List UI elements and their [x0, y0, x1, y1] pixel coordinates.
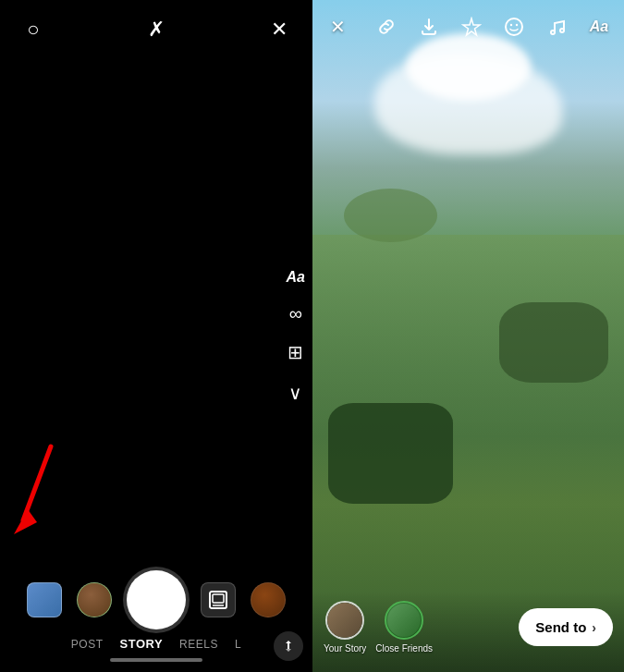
shutter-button[interactable]	[127, 570, 186, 629]
music-icon[interactable]	[543, 13, 570, 41]
polaroid-icon[interactable]	[201, 582, 236, 617]
text-tool-right-icon[interactable]: Aa	[585, 13, 613, 41]
story-bottom-bar: Your Story Close Friends Send to ›	[312, 592, 624, 672]
camera-bottom-bar: POST STORY REELS L	[0, 570, 312, 672]
send-to-button[interactable]: Send to ›	[519, 608, 613, 646]
send-to-chevron: ›	[592, 620, 596, 635]
flash-off-icon[interactable]: ✗	[141, 15, 171, 44]
boomerang-icon[interactable]: ∞	[289, 304, 302, 323]
your-story-avatar-image	[327, 603, 362, 638]
camera-mode-tabs: POST STORY REELS L	[71, 637, 241, 651]
post-mode-tab[interactable]: POST	[71, 638, 104, 651]
story-close-icon[interactable]: ✕	[324, 13, 351, 41]
link-icon[interactable]	[373, 13, 400, 41]
text-tool-icon[interactable]: Aa	[287, 269, 305, 286]
live-icon[interactable]: ○	[18, 15, 48, 44]
close-friends-avatar-inner	[387, 604, 421, 637]
close-friends-avatar	[385, 601, 423, 640]
svg-point-6	[510, 24, 512, 26]
your-story-avatar-ring	[325, 601, 364, 640]
gallery-thumbnail[interactable]	[27, 582, 62, 617]
flip-camera-button[interactable]	[274, 631, 303, 661]
close-friends-label: Close Friends	[375, 643, 433, 654]
story-share-options: Your Story Close Friends	[324, 601, 433, 654]
camera-panel: ○ ✗ ✕ Aa ∞ ⊞ ∨	[0, 0, 312, 672]
download-icon[interactable]	[415, 13, 443, 41]
svg-point-7	[516, 24, 518, 26]
sparkle-icon[interactable]	[458, 13, 485, 41]
svg-point-5	[506, 18, 522, 35]
svg-point-9	[560, 29, 564, 32]
emoji-sticker-icon[interactable]	[500, 13, 528, 41]
profile-icon[interactable]	[251, 582, 286, 617]
story-mode-tab[interactable]: STORY	[120, 637, 164, 651]
red-arrow	[9, 437, 65, 552]
camera-tools-sidebar: Aa ∞ ⊞ ∨	[287, 269, 305, 404]
story-background-image	[312, 0, 624, 672]
more-tools-icon[interactable]: ∨	[288, 382, 302, 404]
svg-point-8	[551, 31, 555, 34]
your-story-option[interactable]: Your Story	[324, 601, 366, 654]
home-indicator	[110, 658, 202, 662]
svg-rect-3	[213, 594, 224, 603]
layout-icon[interactable]: ⊞	[288, 341, 303, 363]
camera-controls-row	[0, 570, 312, 629]
story-top-toolbar: ✕	[312, 0, 624, 54]
live-mode-tab[interactable]: L	[235, 638, 241, 651]
story-editor-panel: ✕	[312, 0, 624, 672]
avatar-button[interactable]	[77, 582, 112, 617]
your-story-label: Your Story	[324, 643, 366, 654]
close-friends-option[interactable]: Close Friends	[375, 601, 433, 654]
send-to-label: Send to	[535, 619, 586, 635]
camera-top-bar: ○ ✗ ✕	[0, 0, 312, 59]
bear-avatar	[78, 582, 111, 617]
svg-line-0	[23, 446, 51, 520]
reels-mode-tab[interactable]: REELS	[179, 638, 218, 651]
close-icon[interactable]: ✕	[264, 15, 294, 44]
